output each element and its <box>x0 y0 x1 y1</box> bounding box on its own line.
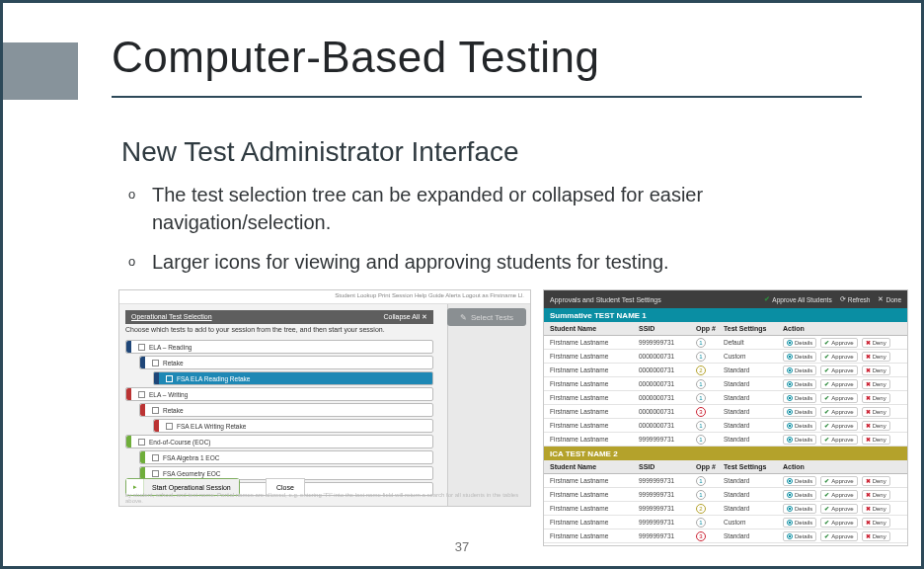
checkbox-icon[interactable] <box>166 375 173 382</box>
details-button[interactable]: Details <box>783 531 816 541</box>
tree-item[interactable]: Retake <box>139 356 433 369</box>
tree-item[interactable]: Retake <box>139 403 433 417</box>
bullet-item: o The test selection tree can be expande… <box>128 181 882 236</box>
approvals-title: Approvals and Student Test Settings <box>550 296 661 303</box>
bullet-text: Larger icons for viewing and approving s… <box>152 248 669 276</box>
screenshot-test-selection: Operational Session IDFirstname3 student… <box>118 289 531 507</box>
col-student-name: Student Name <box>544 325 639 332</box>
tree-item[interactable]: FSA Algebra 1 EOC <box>139 450 433 464</box>
approve-button[interactable]: ✔Approve <box>820 504 857 514</box>
deny-button[interactable]: ✖Deny <box>862 379 890 389</box>
approve-button[interactable]: ✔Approve <box>820 393 857 403</box>
details-button[interactable]: Details <box>783 338 816 348</box>
tree-item[interactable]: FSA ELA Writing Retake <box>153 419 433 433</box>
details-button[interactable]: Details <box>783 379 816 389</box>
cell-actions: Details✔Approve✖Deny <box>783 504 907 514</box>
deny-button[interactable]: ✖Deny <box>862 518 890 528</box>
approve-button[interactable]: ✔Approve <box>820 366 857 375</box>
details-button[interactable]: Details <box>783 490 816 500</box>
tree-item[interactable]: End-of-Course (EOC) <box>125 435 433 448</box>
student-row: Firstname Lastname99999997311StandardDet… <box>544 433 907 447</box>
deny-button[interactable]: ✖Deny <box>862 421 890 431</box>
cell-opp: 3 <box>696 407 724 417</box>
approve-button[interactable]: ✔Approve <box>820 476 857 486</box>
deny-button[interactable]: ✖Deny <box>862 531 890 541</box>
approve-button[interactable]: ✔Approve <box>820 531 857 541</box>
approvals-header: Approvals and Student Test Settings ✔App… <box>544 290 907 308</box>
tree-item[interactable]: FSA ELA Reading Retake <box>153 371 433 385</box>
checkbox-icon[interactable] <box>152 407 159 414</box>
checkbox-icon[interactable] <box>152 454 159 461</box>
deny-button[interactable]: ✖Deny <box>862 366 890 375</box>
opp-badge: 1 <box>696 338 706 348</box>
approvals-body: Summative TEST NAME 1Student NameSSIDOpp… <box>544 308 907 543</box>
checkbox-icon[interactable] <box>152 470 159 477</box>
color-bar <box>140 451 145 463</box>
details-button[interactable]: Details <box>783 476 816 486</box>
check-icon: ✔ <box>824 505 829 512</box>
done-button[interactable]: ✕Done <box>878 295 901 303</box>
tree-item[interactable]: ELA – Reading <box>125 340 433 354</box>
col-ssid: SSID <box>639 325 696 332</box>
approve-button[interactable]: ✔Approve <box>820 379 857 389</box>
details-button[interactable]: Details <box>783 393 816 403</box>
approve-button[interactable]: ✔Approve <box>820 352 857 362</box>
opp-badge: 1 <box>696 379 706 389</box>
deny-button[interactable]: ✖Deny <box>862 393 890 403</box>
screenshot-approvals: Approvals and Student Test Settings ✔App… <box>543 289 908 546</box>
details-button[interactable]: Details <box>783 435 816 445</box>
details-button[interactable]: Details <box>783 366 816 375</box>
tree-item-label: FSA ELA Writing Retake <box>177 423 246 430</box>
approve-button[interactable]: ✔Approve <box>820 338 857 348</box>
deny-button[interactable]: ✖Deny <box>862 490 890 500</box>
details-button[interactable]: Details <box>783 421 816 431</box>
details-button[interactable]: Details <box>783 352 816 362</box>
bullet-marker: o <box>128 248 152 276</box>
cell-name: Firstname Lastname <box>544 380 639 387</box>
cell-opp: 1 <box>696 435 724 445</box>
approve-button[interactable]: ✔Approve <box>820 421 857 431</box>
eye-icon <box>787 437 793 443</box>
cell-opp: 1 <box>696 476 724 486</box>
details-button[interactable]: Details <box>783 504 816 514</box>
opp-badge: 1 <box>696 490 706 500</box>
bullet-list: o The test selection tree can be expande… <box>128 181 882 287</box>
student-row: Firstname Lastname99999997311StandardDet… <box>544 488 907 502</box>
approve-button[interactable]: ✔Approve <box>820 490 857 500</box>
checkbox-icon[interactable] <box>138 391 145 398</box>
slide: Computer-Based Testing New Test Administ… <box>0 0 924 569</box>
select-tests-button[interactable]: ✎ Select Tests <box>447 308 526 326</box>
tree-item[interactable]: ELA – Writing <box>125 387 433 401</box>
approve-button[interactable]: ✔Approve <box>820 407 857 417</box>
color-bar <box>140 357 145 368</box>
cell-ssid: 0000000731 <box>639 366 696 373</box>
tree-item-label: ELA – Reading <box>149 344 192 351</box>
deny-button[interactable]: ✖Deny <box>862 407 890 417</box>
checkbox-icon[interactable] <box>152 360 159 366</box>
approve-button[interactable]: ✔Approve <box>820 435 857 445</box>
checkbox-icon[interactable] <box>166 423 173 430</box>
details-button[interactable]: Details <box>783 407 816 417</box>
deny-button[interactable]: ✖Deny <box>862 504 890 514</box>
deny-button[interactable]: ✖Deny <box>862 338 890 348</box>
deny-button[interactable]: ✖Deny <box>862 435 890 445</box>
checkbox-icon[interactable] <box>138 344 145 351</box>
cell-settings: Standard <box>724 366 783 373</box>
cell-actions: Details✔Approve✖Deny <box>783 531 907 541</box>
collapse-all-button[interactable]: Collapse All ✕ <box>383 310 427 324</box>
page-title: Computer-Based Testing <box>112 33 599 82</box>
approve-button[interactable]: ✔Approve <box>820 518 857 528</box>
details-button[interactable]: Details <box>783 518 816 528</box>
deny-button[interactable]: ✖Deny <box>862 352 890 362</box>
close-label: Close <box>276 484 294 491</box>
refresh-button[interactable]: ⟳Refresh <box>840 295 871 303</box>
cell-name: Firstname Lastname <box>544 339 639 346</box>
cell-name: Firstname Lastname <box>544 394 639 401</box>
deny-button[interactable]: ✖Deny <box>862 476 890 486</box>
x-icon: ✖ <box>866 505 871 512</box>
cell-name: Firstname Lastname <box>544 366 639 373</box>
approve-all-button[interactable]: ✔Approve All Students <box>764 295 831 303</box>
check-icon: ✔ <box>824 380 829 387</box>
checkbox-icon[interactable] <box>138 439 145 446</box>
color-bar <box>154 372 159 384</box>
